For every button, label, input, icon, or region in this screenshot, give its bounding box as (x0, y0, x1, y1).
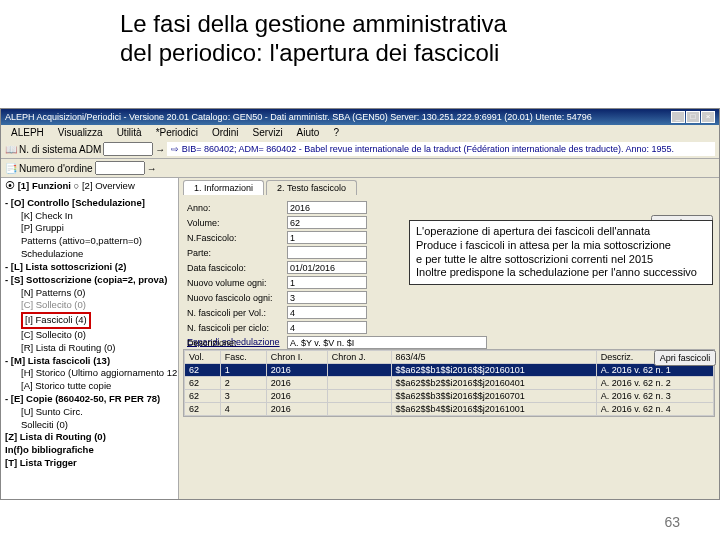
nav-overview[interactable]: [2] Overview (82, 180, 135, 191)
nfasc-label: N.Fascicolo: (187, 233, 287, 243)
nuovo-label: Nuovo volume ogni: (187, 278, 287, 288)
app-window: ALEPH Acquisizioni/Periodici - Versione … (0, 108, 720, 500)
cell: A. 2016 v. 62 n. 2 (596, 377, 713, 390)
nav-solc[interactable]: [C] Sollecito (0) (5, 299, 174, 312)
cell: $$a62$$b1$$i2016$$j20160101 (391, 364, 596, 377)
book-icon[interactable]: 📖 (5, 144, 17, 155)
parte-input[interactable] (287, 246, 367, 259)
nav-solc0[interactable]: [C] Sollecito (0) (5, 329, 174, 342)
table-row[interactable]: 6212016$$a62$$b1$$i2016$$j20160101A. 201… (185, 364, 714, 377)
nav-info[interactable]: In(f)o bibliografiche (5, 444, 174, 457)
col-vol: Vol. (185, 351, 221, 364)
maximize-icon[interactable]: □ (686, 111, 700, 123)
nav-routing0[interactable]: [Z] Lista di Routing (0) (5, 431, 174, 444)
apri-fascicoli-button[interactable]: Apri fascicoli (654, 350, 716, 366)
minimize-icon[interactable]: _ (671, 111, 685, 123)
menu-utilita[interactable]: Utilità (111, 126, 148, 139)
nav-fascicoli[interactable]: [I] Fascicoli (4) (21, 312, 91, 329)
nav-sotto-sel[interactable]: - [S] Sottoscrizione (copia=2, prova) (5, 274, 174, 287)
cell: 62 (185, 390, 221, 403)
nav-sched[interactable]: Schedulazione (5, 248, 174, 261)
volume-label: Volume: (187, 218, 287, 228)
menu-ordini[interactable]: Ordini (206, 126, 245, 139)
cell: $$a62$$b2$$i2016$$j20160401 (391, 377, 596, 390)
nuovo-input[interactable] (287, 276, 367, 289)
order-input[interactable] (95, 161, 145, 175)
schedule-grid: Apri fascicoli Vol. Fasc. Chron I. Chron… (183, 349, 715, 417)
cell (327, 390, 391, 403)
slide-title-l2: del periodico: l'apertura dei fascicoli (120, 39, 720, 68)
menu-aiuto[interactable]: Aiuto (291, 126, 326, 139)
col-chron1: Chron I. (266, 351, 327, 364)
overlay-l3: e per tutte le altre sottoscrizioni corr… (416, 253, 706, 267)
nfc-input[interactable] (287, 321, 367, 334)
nav-checkin[interactable]: [K] Check In (5, 210, 174, 223)
nav-funzioni[interactable]: [1] Funzioni (18, 180, 71, 191)
overlay-l1: L'operazione di apertura dei fascicoli d… (416, 225, 706, 239)
form-area: Aggiorna Elimina sched. Anno: Volume: N.… (179, 195, 719, 335)
nav-trigger[interactable]: [T] Lista Trigger (5, 457, 174, 470)
adm-label: N. di sistema ADM (19, 144, 101, 155)
data-label: Data fascicolo: (187, 263, 287, 273)
window-title: ALEPH Acquisizioni/Periodici - Versione … (5, 112, 592, 122)
bib-text: BIB= 860402; ADM= 860402 - Babel revue i… (182, 144, 674, 154)
desc-label: Descrizione: (187, 338, 287, 348)
order-label: Numero d'ordine (19, 163, 93, 174)
anno-label: Anno: (187, 203, 287, 213)
cell: 62 (185, 364, 221, 377)
titlebar: ALEPH Acquisizioni/Periodici - Versione … (1, 109, 719, 125)
cell: A. 2016 v. 62 n. 4 (596, 403, 713, 416)
anno-input[interactable] (287, 201, 367, 214)
tab-informazioni[interactable]: 1. Informazioni (183, 180, 264, 195)
nav-solleciti[interactable]: Solleciti (0) (5, 419, 174, 432)
nfc-label: N. fascicoli per ciclo: (187, 323, 287, 333)
data-input[interactable] (287, 261, 367, 274)
cell: $$a62$$b4$$i2016$$j20161001 (391, 403, 596, 416)
go-icon-2[interactable]: → (147, 163, 157, 174)
table-row[interactable]: 6222016$$a62$$b2$$i2016$$j20160401A. 201… (185, 377, 714, 390)
nav-controllo[interactable]: - [O] Controllo [Schedulazione] (5, 197, 174, 210)
order-icon[interactable]: 📑 (5, 163, 17, 174)
nav-gruppi[interactable]: [P] Gruppi (5, 222, 174, 235)
table-row[interactable]: 6242016$$a62$$b4$$i2016$$j20161001A. 201… (185, 403, 714, 416)
cell: 62 (185, 403, 221, 416)
menu-servizi[interactable]: Servizi (247, 126, 289, 139)
nav-tutte[interactable]: [A] Storico tutte copie (5, 380, 174, 393)
col-fasc: Fasc. (220, 351, 266, 364)
nav-sotto[interactable]: - [L] Lista sottoscrizioni (2) (5, 261, 174, 274)
close-icon[interactable]: × (701, 111, 715, 123)
nav-routing[interactable]: [R] Lista di Routing (0) (5, 342, 174, 355)
parte-label: Parte: (187, 248, 287, 258)
menu-aleph[interactable]: ALEPH (5, 126, 50, 139)
col-863: 863/4/5 (391, 351, 596, 364)
slide-title-l1: Le fasi della gestione amministrativa (120, 10, 720, 39)
nav-patterns[interactable]: Patterns (attivo=0,pattern=0) (5, 235, 174, 248)
nuovof-input[interactable] (287, 291, 367, 304)
bib-info: ⇨ BIB= 860402; ADM= 860402 - Babel revue… (167, 142, 715, 156)
cell: A. 2016 v. 62 n. 3 (596, 390, 713, 403)
arrow-icon: ⇨ (171, 144, 179, 154)
cell: 2016 (266, 364, 327, 377)
table-row[interactable]: 6232016$$a62$$b3$$i2016$$j20160701A. 201… (185, 390, 714, 403)
desc-input[interactable] (287, 336, 487, 349)
overlay-l2: Produce i fascicoli in attesa per la mia… (416, 239, 706, 253)
nav-storico[interactable]: [H] Storico (Ultimo aggiornamento 12… (5, 367, 174, 380)
nfv-input[interactable] (287, 306, 367, 319)
nuovof-label: Nuovo fascicolo ogni: (187, 293, 287, 303)
go-icon[interactable]: → (155, 144, 165, 155)
nav-copie[interactable]: - [E] Copie (860402-50, FR PER 78) (5, 393, 174, 406)
overlay-l4: Inoltre predispone la schedulazione per … (416, 266, 706, 280)
volume-input[interactable] (287, 216, 367, 229)
nav-pat0[interactable]: [N] Patterns (0) (5, 287, 174, 300)
nav-mlista[interactable]: - [M] Lista fascicoli (13) (5, 355, 174, 368)
tab-testo[interactable]: 2. Testo fascicolo (266, 180, 357, 195)
adm-input[interactable] (103, 142, 153, 156)
nfasc-input[interactable] (287, 231, 367, 244)
cell: 62 (185, 377, 221, 390)
menu-visualizza[interactable]: Visualizza (52, 126, 109, 139)
menu-periodici[interactable]: *Periodici (150, 126, 204, 139)
menu-help[interactable]: ? (327, 126, 345, 139)
cell: 4 (220, 403, 266, 416)
cell: 2 (220, 377, 266, 390)
nav-sunto[interactable]: [U] Sunto Circ. (5, 406, 174, 419)
